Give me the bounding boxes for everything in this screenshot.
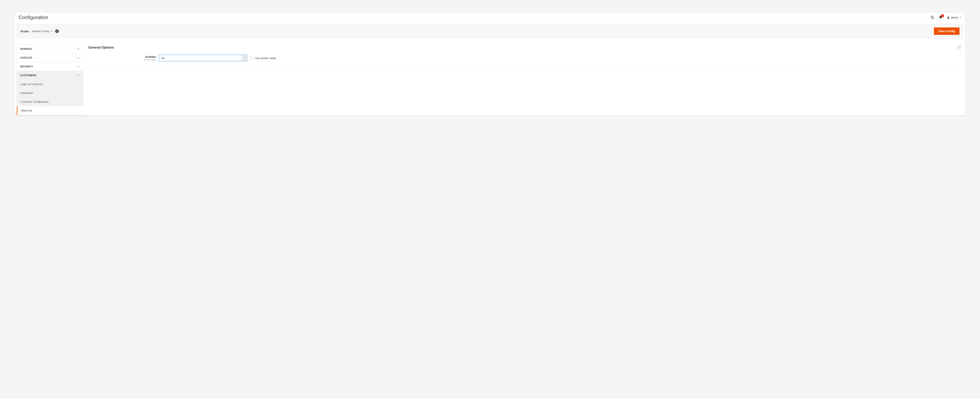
enabled-select[interactable]: No: [159, 55, 247, 61]
caret-down-icon: [51, 30, 52, 32]
user-menu[interactable]: admin: [947, 16, 961, 19]
config-sidebar: General Catalog Security Customers: [17, 44, 83, 116]
sidebar-item-wish-list[interactable]: Wish List: [17, 106, 83, 115]
top-actions: 1 admin: [931, 15, 961, 19]
select-value: No: [161, 57, 165, 60]
sidebar-item-customer-configuration[interactable]: Customer Configuration: [17, 97, 83, 106]
use-system-value-label: Use system value: [255, 57, 276, 60]
topbar: Configuration 1 admin: [14, 13, 966, 20]
sidebar-item-login-as-customer[interactable]: Login as Customer: [17, 80, 83, 89]
svg-point-0: [931, 16, 933, 18]
sidebar-head-general[interactable]: General: [17, 45, 83, 53]
section-header[interactable]: General Options: [88, 44, 961, 53]
caret-down-icon: [243, 57, 245, 59]
chevron-up-icon: [958, 47, 960, 48]
chevron-up-icon: [77, 74, 80, 77]
sidebar-head-catalog[interactable]: Catalog: [17, 54, 83, 62]
main-area: General Options Enabled [store view] No: [88, 44, 963, 116]
scope-selector[interactable]: Default Config: [32, 30, 52, 33]
chevron-down-icon: [77, 65, 80, 68]
svg-point-2: [948, 16, 949, 17]
chevron-down-icon: [77, 48, 80, 50]
sidebar-item-newsletter[interactable]: Newsletter: [17, 89, 83, 97]
scope-bar: Scope: Default Config ? Save Config: [17, 24, 963, 38]
field-label-col: Enabled [store view]: [88, 55, 156, 61]
sidebar-label: Customers: [20, 74, 36, 77]
sidebar-head-customers[interactable]: Customers: [17, 71, 83, 80]
page-title: Configuration: [19, 14, 48, 20]
select-dropdown-button[interactable]: [242, 55, 247, 61]
field-input-col: No: [159, 55, 247, 61]
chevron-down-icon: [77, 57, 80, 59]
field-label: Enabled: [88, 55, 156, 59]
search-icon[interactable]: [931, 15, 934, 19]
scope-left: Scope: Default Config ?: [21, 29, 59, 33]
content: General Catalog Security Customers: [14, 38, 966, 116]
sidebar-label: General: [20, 48, 33, 51]
collapse-toggle[interactable]: [957, 46, 961, 49]
help-icon[interactable]: ?: [55, 29, 59, 33]
sidebar-section-catalog: Catalog: [17, 54, 83, 62]
field-row-enabled: Enabled [store view] No Use system value: [88, 53, 961, 66]
sidebar-section-customers: Customers Login as Customer Newsletter C…: [17, 71, 83, 115]
sidebar-sublist-customers: Login as Customer Newsletter Customer Co…: [17, 80, 83, 115]
section-title: General Options: [88, 46, 114, 49]
use-system-value-checkbox[interactable]: [250, 57, 253, 59]
sidebar-label: Catalog: [20, 56, 32, 59]
sidebar-section-security: Security: [17, 62, 83, 71]
field-scope: [store view]: [88, 59, 156, 61]
scope-label: Scope:: [21, 30, 29, 33]
config-panel: Configuration 1 admin: [14, 12, 966, 116]
sidebar-head-security[interactable]: Security: [17, 62, 83, 71]
sidebar-section-general: General: [17, 45, 83, 54]
use-system-value-group: Use system value: [250, 57, 276, 60]
sidebar-label: Security: [20, 65, 33, 68]
notifications-icon[interactable]: 1: [939, 15, 942, 19]
save-config-button[interactable]: Save Config: [934, 27, 959, 35]
svg-line-1: [933, 18, 934, 19]
scope-value: Default Config: [32, 30, 49, 33]
caret-down-icon: [959, 17, 961, 19]
user-name: admin: [951, 16, 958, 19]
notification-badge: 1: [941, 14, 944, 17]
user-icon: [947, 16, 950, 19]
